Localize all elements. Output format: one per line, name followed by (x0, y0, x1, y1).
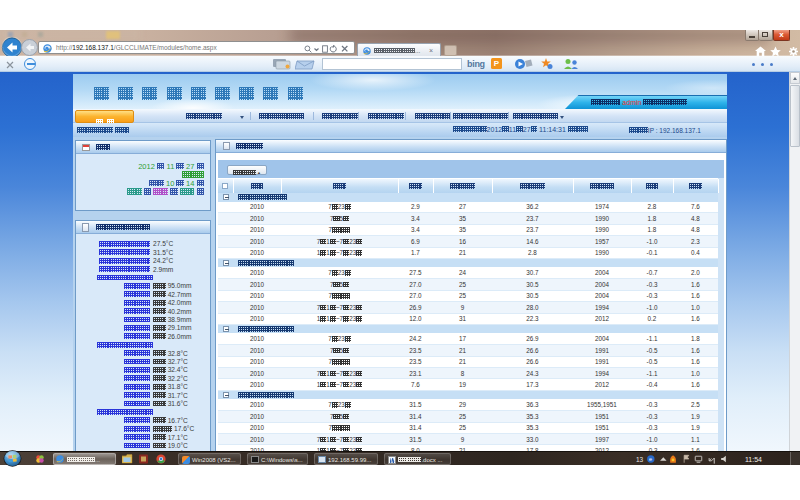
svg-text:e: e (649, 456, 652, 462)
svg-text:13: 13 (636, 456, 644, 463)
